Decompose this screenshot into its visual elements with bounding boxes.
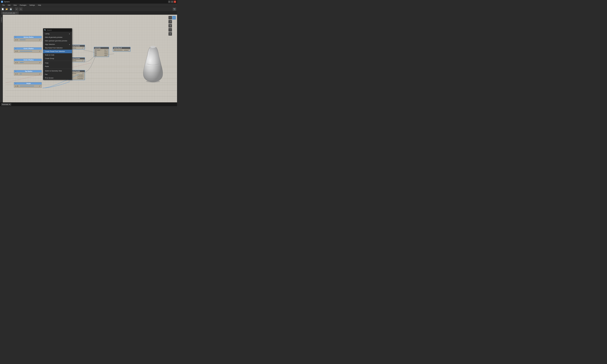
close-button[interactable]: ✕	[174, 1, 176, 3]
vase-body	[143, 46, 163, 82]
tab-vessel-presets[interactable]: Vessel-presets.dyn ✕	[1, 11, 19, 14]
node-preview-checkbox[interactable]	[107, 55, 108, 56]
port-crosssections-in[interactable]	[114, 50, 116, 51]
port-index0-in[interactable]	[95, 50, 96, 51]
ctx-item-copy[interactable]: Copy	[43, 61, 72, 65]
menu-help[interactable]: Help	[37, 4, 42, 6]
tab-close-button[interactable]: ✕	[16, 12, 17, 14]
title-bar: D Dynamo ─ □ ✕	[0, 0, 177, 3]
ctx-item-hide-all-geo[interactable]: Hide all geometry preview	[43, 36, 72, 39]
port-index2-in[interactable]	[95, 53, 96, 54]
node-surface-byloft-checkbox[interactable]	[129, 50, 130, 51]
node-preview-checkbox[interactable]	[40, 40, 41, 41]
redo-button[interactable]: ↪	[19, 7, 22, 11]
window-controls[interactable]: ─ □ ✕	[168, 1, 176, 3]
ctx-separator-1	[43, 61, 72, 61]
menu-packages[interactable]: Packages	[18, 4, 28, 6]
ctx-item-paste[interactable]: Paste	[43, 65, 72, 68]
new-file-button[interactable]: 📄	[1, 7, 4, 11]
ctx-label-align: Align Selection	[45, 43, 55, 45]
node-collapse-arrow[interactable]: ▼	[15, 48, 17, 49]
port-list-out: list	[105, 50, 106, 51]
ctx-item-new-node[interactable]: New Node From Selection	[43, 46, 72, 50]
canvas-area[interactable]: ▼ Bottom Radius ◀ 4 ▶ ▼ Circle 2	[3, 15, 177, 102]
ctx-item-fit-screen[interactable]: Fit to Screen	[43, 76, 72, 80]
node-bottom-radius[interactable]: ▼ Bottom Radius ◀ 4 ▶	[14, 36, 42, 41]
view-camera-button[interactable]: ≡	[172, 16, 176, 19]
context-menu-search: 🔍	[43, 28, 72, 32]
ctx-item-pan[interactable]: Pan	[43, 73, 72, 76]
ctx-item-create-group[interactable]: Create Group	[43, 57, 72, 60]
port-label: index2	[104, 53, 108, 54]
node-circle2-radius[interactable]: ▼ Circle 2 Radius ◀ 8 ▶	[14, 47, 42, 53]
node-circle2-radius-body: ◀ 8 ▶	[14, 50, 42, 53]
ctx-item-node-to-code[interactable]: Node to Code	[43, 53, 72, 57]
zoom-fit-button[interactable]: ⤢	[169, 20, 172, 24]
ctx-item-switch-geo[interactable]: Switch to Geometry View	[43, 69, 72, 73]
port-index3-in[interactable]	[95, 55, 96, 56]
decrement-btn[interactable]: ◀	[15, 39, 16, 40]
decrement-btn[interactable]: ◀	[15, 73, 16, 75]
menu-settings[interactable]: Settings	[28, 4, 36, 6]
node-preview-checkbox[interactable]	[40, 86, 41, 87]
node-preview-checkbox[interactable]	[40, 74, 41, 75]
maximize-button[interactable]: □	[171, 1, 173, 3]
menu-view[interactable]: View	[12, 4, 18, 6]
ctx-item-lacing[interactable]: Lacing ▶	[43, 32, 72, 36]
library-label[interactable]: Library	[1, 17, 2, 22]
tab-bar: Vessel-presets.dyn ✕	[0, 11, 177, 15]
node-preview-checkbox[interactable]	[40, 63, 41, 64]
bottom-radius-slider[interactable]	[20, 39, 39, 40]
minimize-button[interactable]: ─	[168, 1, 171, 3]
search-input[interactable]	[47, 29, 71, 31]
node-circle3-radius[interactable]: ▼ Circle 3 Radius ◀ 3 ▶	[14, 59, 42, 64]
node-collapse-arrow[interactable]: ▼	[15, 71, 17, 72]
node-collapse-arrow[interactable]: ▼	[15, 36, 17, 38]
node-title: Surface.ByLoft	[114, 47, 122, 49]
menu-edit[interactable]: Edit	[6, 4, 12, 6]
ctx-item-hide-upstream[interactable]: Hide upstream geometry preview	[43, 39, 72, 43]
decrement-btn[interactable]: ◀	[15, 51, 16, 52]
port-label: zTranslation	[77, 78, 84, 79]
zoom-reset-button[interactable]: ✛	[169, 32, 172, 36]
view-3d-button[interactable]: ⬡	[169, 16, 172, 19]
save-button[interactable]: 💾	[9, 7, 13, 11]
menu-file[interactable]: File	[1, 4, 6, 6]
node-preview-checkbox[interactable]	[83, 60, 84, 62]
circle3-radius-slider[interactable]	[20, 62, 39, 63]
node-top-radius[interactable]: ▼ Top Radius ◀ 2 ▶	[14, 70, 42, 76]
node-preview-checkbox[interactable]	[83, 48, 84, 49]
decrement-btn[interactable]: ◀	[15, 62, 16, 63]
undo-button[interactable]: ↩	[15, 7, 18, 11]
node-list-create-body: index0 + - list index1 index2 index3	[94, 49, 109, 57]
ctx-label-create-group: Create Group	[45, 58, 54, 59]
node-value: 20	[17, 85, 19, 87]
open-button[interactable]: 📂	[5, 7, 8, 11]
top-radius-slider[interactable]	[20, 74, 39, 74]
node-preview-checkbox[interactable]	[83, 78, 84, 80]
node-preview-checkbox[interactable]	[40, 51, 41, 52]
port-index1-in[interactable]	[95, 51, 96, 52]
height-slider[interactable]	[20, 86, 39, 86]
ctx-item-create-preset[interactable]: Create Preset From Selection	[43, 50, 72, 53]
node-surface-byloft[interactable]: Surface.ByLoft crossSections Surface	[113, 47, 131, 52]
circle2-radius-slider[interactable]	[20, 51, 39, 52]
app-icon: D	[1, 1, 3, 3]
ctx-item-align-selection[interactable]: Align Selection ▶	[43, 43, 72, 46]
decrement-btn[interactable]: ◀	[15, 85, 16, 87]
io-row-index1: index1	[94, 51, 108, 53]
zoom-out-button[interactable]: −	[169, 28, 172, 32]
port-out[interactable]	[82, 73, 84, 74]
node-list-create[interactable]: List.Create index0 + - list index1 in	[94, 47, 109, 57]
port-list-out-port[interactable]	[106, 50, 108, 51]
ctx-label-hide-upstream: Hide upstream geometry preview	[45, 40, 67, 42]
node-value-row: ◀ 20 ▶	[15, 85, 41, 87]
auto-mode-dropdown[interactable]: Automatic ▼	[1, 103, 11, 105]
ctx-label-fit-screen: Fit to Screen	[45, 77, 53, 79]
node-collapse-arrow[interactable]: ▼	[15, 83, 17, 84]
zoom-in-button[interactable]: +	[169, 24, 172, 27]
main-area: Library	[0, 15, 177, 102]
node-collapse-arrow[interactable]: ▼	[15, 59, 17, 61]
node-height[interactable]: ▼ Height ◀ 20 ▶	[14, 82, 42, 88]
screenshot-button[interactable]: 📷	[173, 7, 176, 11]
